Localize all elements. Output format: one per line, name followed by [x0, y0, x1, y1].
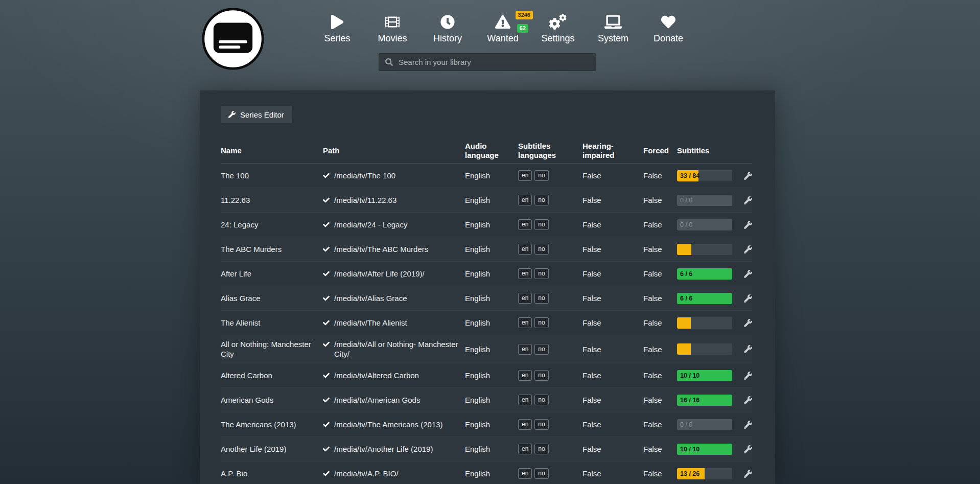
- hearing-impaired-value: False: [582, 396, 643, 404]
- wrench-icon[interactable]: [744, 470, 752, 478]
- wrench-icon[interactable]: [744, 294, 752, 303]
- library-search: [379, 53, 596, 71]
- header-audio: Audio language: [465, 142, 518, 160]
- language-badge: en: [518, 195, 532, 205]
- hearing-impaired-value: False: [582, 445, 643, 453]
- language-badge: no: [534, 268, 548, 279]
- check-icon: [323, 341, 330, 348]
- search-input[interactable]: [398, 57, 590, 67]
- language-badge: en: [518, 370, 532, 381]
- film-icon: [385, 14, 400, 30]
- nav-item-series[interactable]: Series: [314, 14, 360, 44]
- main-nav: Series Movies History 3246 62 Wanted Set…: [314, 14, 691, 44]
- subtitles-languages-cell: en no: [518, 293, 582, 304]
- check-icon: [323, 372, 330, 379]
- language-badge: en: [518, 293, 532, 304]
- wrench-icon[interactable]: [744, 245, 752, 253]
- wrench-icon: [228, 111, 236, 118]
- path-text: /media/tv/24 - Legacy: [334, 220, 407, 229]
- series-path: /media/tv/Another Life (2019): [323, 444, 465, 454]
- table-row: 11.22.63 /media/tv/11.22.63 English en n…: [221, 188, 752, 213]
- series-path: /media/tv/The Alienist: [323, 318, 465, 328]
- subtitles-progress-cell: [677, 343, 744, 355]
- path-text: /media/tv/The ABC Murders: [334, 244, 428, 254]
- series-path: /media/tv/24 - Legacy: [323, 220, 465, 229]
- series-name: A.P. Bio: [221, 469, 323, 478]
- subtitles-progress-cell: 10 / 10: [677, 370, 744, 381]
- wrench-icon[interactable]: [744, 221, 752, 229]
- series-name: American Gods: [221, 395, 323, 405]
- language-badge: no: [534, 395, 548, 405]
- wrench-icon[interactable]: [744, 396, 752, 404]
- series-name: All or Nothing: Manchester City: [221, 339, 323, 359]
- nav-item-donate[interactable]: Donate: [645, 14, 691, 44]
- table-row: Another Life (2019) /media/tv/Another Li…: [221, 437, 752, 462]
- row-actions: [744, 396, 752, 404]
- audio-language-value: English: [465, 196, 518, 204]
- subtitles-languages-cell: en no: [518, 395, 582, 405]
- forced-value: False: [643, 294, 677, 303]
- subtitles-progress-cell: [677, 244, 744, 255]
- subtitles-progress-cell: 0 / 0: [677, 419, 744, 430]
- language-badge: en: [518, 170, 532, 181]
- progress-bar: 0 / 0: [677, 419, 732, 430]
- hearing-impaired-value: False: [582, 318, 643, 327]
- wrench-icon[interactable]: [744, 345, 752, 353]
- series-name: The ABC Murders: [221, 244, 323, 254]
- row-actions: [744, 445, 752, 453]
- wrench-icon[interactable]: [744, 319, 752, 327]
- nav-item-wanted[interactable]: 3246 62 Wanted: [480, 14, 526, 44]
- series-path: /media/tv/11.22.63: [323, 195, 465, 205]
- nav-item-movies[interactable]: Movies: [369, 14, 415, 44]
- language-badge: no: [534, 317, 548, 328]
- forced-value: False: [643, 196, 677, 204]
- progress-bar: 6 / 6: [677, 268, 732, 280]
- nav-label: Series: [324, 33, 350, 44]
- table-row: After Life /media/tv/After Life (2019)/ …: [221, 262, 752, 286]
- forced-value: False: [643, 345, 677, 354]
- nav-label: System: [598, 33, 628, 44]
- hearing-impaired-value: False: [582, 196, 643, 204]
- table-row: The ABC Murders /media/tv/The ABC Murder…: [221, 237, 752, 262]
- series-path: /media/tv/A.P. BIO/: [323, 469, 465, 478]
- hearing-impaired-value: False: [582, 469, 643, 478]
- wrench-icon[interactable]: [744, 270, 752, 278]
- audio-language-value: English: [465, 318, 518, 327]
- subtitles-languages-cell: en no: [518, 468, 582, 479]
- row-actions: [744, 421, 752, 429]
- series-editor-button[interactable]: Series Editor: [221, 106, 292, 123]
- progress-bar: [677, 343, 732, 355]
- app-logo[interactable]: [201, 7, 265, 71]
- wrench-icon[interactable]: [744, 196, 752, 204]
- row-actions: [744, 470, 752, 478]
- row-actions: [744, 172, 752, 180]
- progress-text: 10 / 10: [680, 370, 699, 381]
- subtitles-progress-cell: 0 / 0: [677, 219, 744, 231]
- progress-bar: 10 / 10: [677, 370, 732, 381]
- wanted-count-badge-secondary: 62: [517, 24, 528, 33]
- table-header-row: Name Path Audio language Subtitles langu…: [221, 142, 752, 164]
- nav-item-settings[interactable]: Settings: [535, 14, 581, 44]
- language-badge: no: [534, 370, 548, 381]
- progress-text: 16 / 16: [680, 395, 699, 406]
- nav-item-system[interactable]: System: [590, 14, 636, 44]
- table-row: The Alienist /media/tv/The Alienist Engl…: [221, 311, 752, 335]
- language-badge: en: [518, 317, 532, 328]
- row-actions: [744, 372, 752, 380]
- wrench-icon[interactable]: [744, 372, 752, 380]
- path-text: /media/tv/American Gods: [334, 395, 420, 405]
- wrench-icon[interactable]: [744, 445, 752, 453]
- language-badge: en: [518, 444, 532, 454]
- wrench-icon[interactable]: [744, 421, 752, 429]
- header-subtitles: Subtitles: [677, 146, 744, 155]
- nav-label: Settings: [541, 33, 574, 44]
- row-actions: [744, 319, 752, 327]
- header-path: Path: [323, 146, 465, 155]
- nav-item-history[interactable]: History: [425, 14, 471, 44]
- table-row: A.P. Bio /media/tv/A.P. BIO/ English en …: [221, 462, 752, 484]
- series-editor-panel: Series Editor Name Path Audio language S…: [200, 90, 775, 484]
- audio-language-value: English: [465, 269, 518, 278]
- path-text: /media/tv/A.P. BIO/: [334, 469, 399, 478]
- subtitles-languages-cell: en no: [518, 419, 582, 430]
- wrench-icon[interactable]: [744, 172, 752, 180]
